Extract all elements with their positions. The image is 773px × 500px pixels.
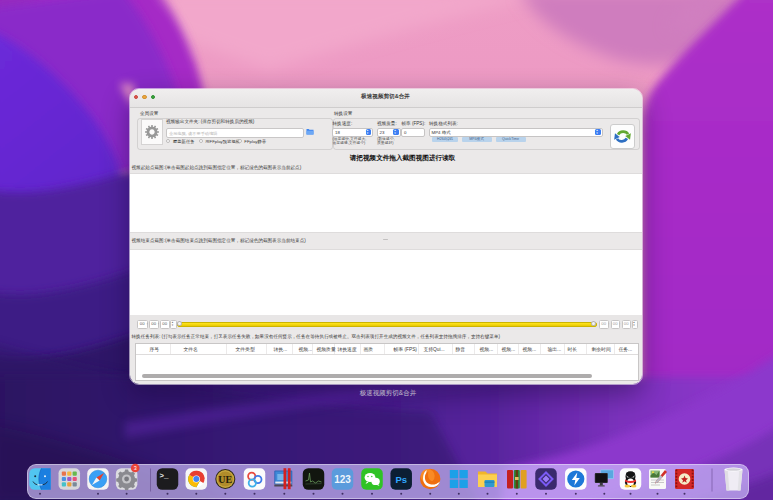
svg-text:>_: >_	[160, 472, 170, 480]
svg-text:Ps: Ps	[395, 474, 407, 485]
svg-text:3: 3	[134, 465, 137, 471]
svg-text:123: 123	[334, 474, 351, 485]
svg-text:UE: UE	[218, 474, 232, 485]
